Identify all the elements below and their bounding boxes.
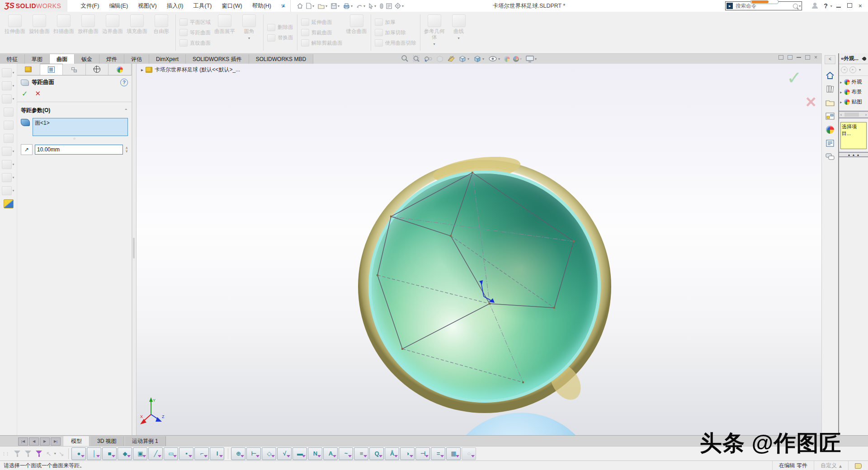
- tile-window-icon[interactable]: [788, 55, 793, 60]
- filter-toggle-icon[interactable]: [14, 451, 20, 457]
- commandmanager-tab[interactable]: 曲面: [50, 54, 75, 64]
- distance-spinner[interactable]: ∧∨: [125, 146, 128, 153]
- view-palette-icon[interactable]: [825, 111, 835, 121]
- filter-reference-geometry[interactable]: ◇: [262, 447, 276, 460]
- doc-minimize-button[interactable]: [797, 57, 801, 58]
- new-window-icon[interactable]: [778, 55, 783, 60]
- menu-item[interactable]: 窗口(W): [217, 0, 247, 12]
- left-toolbar-button[interactable]: ▾: [2, 68, 15, 77]
- filter-axes[interactable]: ╱: [148, 447, 163, 460]
- displaymanager-tab[interactable]: [108, 64, 132, 75]
- ribbon-button[interactable]: 解除剪裁曲面: [301, 38, 343, 47]
- appearances-scenes-icon[interactable]: [825, 125, 835, 135]
- ribbon-button[interactable]: 自由形: [149, 12, 174, 53]
- tab-nav-button[interactable]: ▶|: [51, 437, 61, 446]
- zoom-area-icon[interactable]: [411, 54, 421, 64]
- minimize-button[interactable]: [836, 3, 841, 9]
- filter-magnify-notes[interactable]: N: [308, 447, 322, 460]
- left-toolbar-button[interactable]: [4, 121, 14, 130]
- home-button[interactable]: [295, 0, 305, 11]
- commandmanager-tab[interactable]: 特征: [0, 54, 25, 64]
- expand-arrow-icon[interactable]: ▸: [840, 90, 842, 94]
- scroll-right-icon[interactable]: ›: [864, 113, 868, 117]
- flatten-tool-button[interactable]: [4, 199, 14, 208]
- ribbon-button[interactable]: 直纹曲面: [179, 38, 211, 47]
- commandmanager-tab[interactable]: 钣金: [75, 54, 99, 64]
- confirm-ok-corner[interactable]: ✓: [787, 67, 802, 88]
- filter-surface-finish[interactable]: ~: [339, 447, 353, 460]
- document-tab[interactable]: 3D 视图: [90, 436, 124, 446]
- filter-datum-targets[interactable]: ▬: [292, 447, 307, 460]
- ribbon-button[interactable]: 填充曲面: [125, 12, 149, 53]
- collapse-chevron-icon[interactable]: ⌃: [124, 108, 128, 113]
- filter-datum-features[interactable]: Å: [385, 447, 399, 460]
- forward-icon[interactable]: ▸: [849, 66, 856, 73]
- doc-restore-button[interactable]: [805, 55, 810, 60]
- select-button[interactable]: ▾: [368, 0, 378, 11]
- ribbon-button[interactable]: 延伸曲面: [301, 18, 343, 27]
- filter-blocks[interactable]: ▦: [446, 447, 461, 460]
- left-toolbar-button[interactable]: [4, 108, 14, 117]
- open-button[interactable]: ▾: [316, 0, 330, 11]
- ribbon-button[interactable]: 替换面: [267, 33, 293, 42]
- filter-weld-symbols[interactable]: ≡: [354, 447, 368, 460]
- cancel-button[interactable]: ✕: [35, 89, 41, 98]
- panel-splitter[interactable]: [132, 64, 137, 435]
- ribbon-button[interactable]: 旋转曲面: [27, 12, 52, 53]
- filter-vertices[interactable]: ●: [71, 447, 86, 460]
- tag-icon[interactable]: [848, 461, 868, 470]
- clear-all-filters-icon[interactable]: [36, 451, 42, 457]
- filter-surface-bodies[interactable]: ◆: [118, 447, 132, 460]
- filter-sketch-segments[interactable]: ⌐: [194, 447, 209, 460]
- dimxpertmanager-tab[interactable]: [86, 64, 109, 75]
- taskpane-item-decals[interactable]: ▸ 贴图: [840, 99, 867, 105]
- filter-solid-bodies[interactable]: ▣: [133, 447, 147, 460]
- left-toolbar-button[interactable]: ▾: [2, 160, 15, 169]
- help-caret-icon[interactable]: ▾: [830, 4, 832, 8]
- configurationmanager-tab[interactable]: [63, 64, 86, 75]
- filter-dowel-pins[interactable]: ○: [462, 447, 476, 460]
- view-settings-icon[interactable]: ▾: [525, 54, 538, 64]
- ribbon-button[interactable]: 加厚切除: [375, 28, 416, 37]
- ribbon-button[interactable]: 加厚: [375, 18, 416, 27]
- icosahedron-sketch[interactable]: [358, 160, 611, 413]
- filter-sketch-points[interactable]: ▪: [179, 447, 193, 460]
- left-toolbar-button[interactable]: ▾: [2, 81, 15, 90]
- menu-item[interactable]: 帮助(H): [247, 0, 276, 12]
- filter-edges[interactable]: │: [87, 447, 101, 460]
- customize-button[interactable]: 自定义 ▴: [814, 461, 848, 470]
- ribbon-button[interactable]: 拉伸曲面: [3, 12, 27, 53]
- commandmanager-tab[interactable]: DimXpert: [149, 54, 186, 64]
- save-button[interactable]: ▾: [330, 0, 342, 11]
- ok-button[interactable]: ✓: [22, 89, 28, 98]
- soccer-ball-model[interactable]: [358, 160, 611, 413]
- left-toolbar-button[interactable]: ▾: [2, 147, 15, 156]
- ribbon-button[interactable]: 边界曲面: [100, 12, 125, 53]
- expand-arrow-icon[interactable]: ▸: [141, 67, 143, 72]
- file-explorer-icon[interactable]: [825, 98, 835, 108]
- menu-item[interactable]: 编辑(E): [104, 0, 133, 12]
- custom-properties-icon[interactable]: [825, 138, 835, 148]
- filter-dimensions[interactable]: √: [277, 447, 292, 460]
- commandmanager-tab[interactable]: SOLIDWORKS 插件: [186, 54, 249, 64]
- pin-pane-icon[interactable]: [862, 56, 867, 61]
- left-toolbar-button[interactable]: [4, 134, 14, 143]
- doc-close-button[interactable]: ×: [814, 54, 817, 61]
- menu-item[interactable]: 视图(V): [133, 0, 162, 12]
- document-tab[interactable]: 运动算例 1: [124, 436, 166, 446]
- search-caret-icon[interactable]: ▾: [799, 4, 801, 8]
- ribbon-button[interactable]: 等距曲面: [179, 28, 211, 37]
- expand-arrow-icon[interactable]: ▸: [840, 100, 842, 104]
- print-button[interactable]: ▾: [342, 0, 355, 11]
- taskpane-item-scenes[interactable]: ▸ 布景: [840, 89, 867, 95]
- ribbon-button[interactable]: 扫描曲面: [52, 12, 76, 53]
- ribbon-button[interactable]: 圆角▾: [237, 12, 261, 53]
- forum-icon[interactable]: [825, 152, 835, 162]
- commandmanager-tab[interactable]: 焊件: [99, 54, 124, 64]
- ribbon-button[interactable]: 使用曲面切除: [375, 38, 416, 47]
- cursor-caret-icon[interactable]: ▾: [54, 451, 56, 456]
- ribbon-button[interactable]: 平面区域: [179, 18, 211, 27]
- hide-show-items-icon[interactable]: ▾: [487, 54, 502, 64]
- clear-filters-icon[interactable]: [25, 451, 31, 457]
- edit-appearance-icon[interactable]: [503, 54, 511, 64]
